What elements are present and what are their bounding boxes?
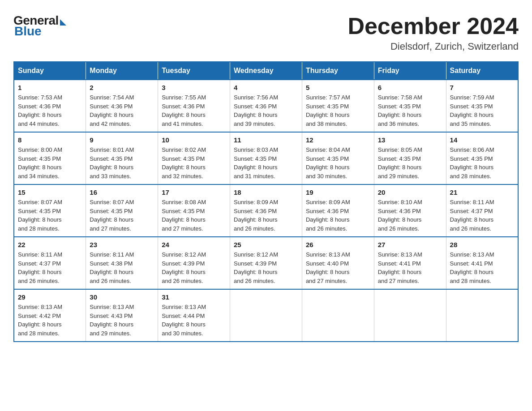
day-info: Sunrise: 8:13 AMSunset: 4:44 PMDaylight:… [162, 303, 226, 338]
day-number: 13 [378, 136, 442, 144]
day-info: Sunrise: 8:01 AMSunset: 4:35 PMDaylight:… [90, 146, 154, 180]
table-row: 5Sunrise: 7:57 AMSunset: 4:35 PMDaylight… [302, 80, 374, 132]
logo-blue-text: Blue [14, 24, 42, 39]
day-info: Sunrise: 8:11 AMSunset: 4:37 PMDaylight:… [18, 250, 82, 285]
day-info: Sunrise: 8:07 AMSunset: 4:35 PMDaylight:… [90, 198, 154, 233]
table-row: 10Sunrise: 8:02 AMSunset: 4:35 PMDayligh… [158, 132, 230, 184]
col-monday: Monday [86, 62, 158, 80]
table-row: 13Sunrise: 8:05 AMSunset: 4:35 PMDayligh… [374, 132, 446, 184]
table-row: 19Sunrise: 8:09 AMSunset: 4:36 PMDayligh… [302, 184, 374, 237]
day-info: Sunrise: 8:13 AMSunset: 4:42 PMDaylight:… [18, 303, 82, 338]
col-thursday: Thursday [302, 62, 374, 80]
day-number: 15 [18, 188, 82, 196]
calendar-table: Sunday Monday Tuesday Wednesday Thursday… [13, 61, 519, 342]
table-row: 2Sunrise: 7:54 AMSunset: 4:36 PMDaylight… [86, 80, 158, 132]
title-area: December 2024 Dielsdorf, Zurich, Switzer… [348, 13, 519, 52]
table-row: 29Sunrise: 8:13 AMSunset: 4:42 PMDayligh… [14, 289, 86, 342]
day-number: 26 [306, 241, 370, 248]
table-row: 12Sunrise: 8:04 AMSunset: 4:35 PMDayligh… [302, 132, 374, 184]
day-number: 20 [378, 188, 442, 196]
calendar-week-row: 15Sunrise: 8:07 AMSunset: 4:35 PMDayligh… [14, 184, 518, 237]
day-number: 17 [162, 188, 226, 196]
day-info: Sunrise: 8:13 AMSunset: 4:40 PMDaylight:… [306, 250, 370, 285]
day-number: 2 [90, 84, 154, 91]
day-number: 5 [306, 84, 370, 91]
day-info: Sunrise: 8:11 AMSunset: 4:38 PMDaylight:… [90, 250, 154, 285]
table-row: 20Sunrise: 8:10 AMSunset: 4:36 PMDayligh… [374, 184, 446, 237]
day-info: Sunrise: 7:57 AMSunset: 4:35 PMDaylight:… [306, 93, 370, 128]
calendar-header-row: Sunday Monday Tuesday Wednesday Thursday… [14, 62, 518, 80]
logo: General Blue [13, 13, 66, 39]
day-number: 22 [18, 241, 82, 248]
day-info: Sunrise: 8:06 AMSunset: 4:35 PMDaylight:… [450, 146, 514, 180]
day-number: 27 [378, 241, 442, 248]
table-row: 22Sunrise: 8:11 AMSunset: 4:37 PMDayligh… [14, 237, 86, 289]
day-number: 3 [162, 84, 226, 91]
page-header: General Blue December 2024 Dielsdorf, Zu… [13, 13, 519, 52]
table-row: 26Sunrise: 8:13 AMSunset: 4:40 PMDayligh… [302, 237, 374, 289]
day-number: 1 [18, 84, 82, 91]
col-tuesday: Tuesday [158, 62, 230, 80]
day-info: Sunrise: 8:13 AMSunset: 4:41 PMDaylight:… [378, 250, 442, 285]
day-info: Sunrise: 8:09 AMSunset: 4:36 PMDaylight:… [306, 198, 370, 233]
table-row [230, 289, 302, 342]
table-row: 1Sunrise: 7:53 AMSunset: 4:36 PMDaylight… [14, 80, 86, 132]
table-row [446, 289, 518, 342]
table-row: 28Sunrise: 8:13 AMSunset: 4:41 PMDayligh… [446, 237, 518, 289]
day-info: Sunrise: 7:55 AMSunset: 4:36 PMDaylight:… [162, 93, 226, 128]
table-row: 9Sunrise: 8:01 AMSunset: 4:35 PMDaylight… [86, 132, 158, 184]
day-info: Sunrise: 8:08 AMSunset: 4:35 PMDaylight:… [162, 198, 226, 233]
table-row: 30Sunrise: 8:13 AMSunset: 4:43 PMDayligh… [86, 289, 158, 342]
day-number: 10 [162, 136, 226, 144]
table-row: 31Sunrise: 8:13 AMSunset: 4:44 PMDayligh… [158, 289, 230, 342]
calendar-week-row: 1Sunrise: 7:53 AMSunset: 4:36 PMDaylight… [14, 80, 518, 132]
day-info: Sunrise: 8:04 AMSunset: 4:35 PMDaylight:… [306, 146, 370, 180]
day-number: 14 [450, 136, 514, 144]
day-info: Sunrise: 7:53 AMSunset: 4:36 PMDaylight:… [18, 93, 82, 128]
col-saturday: Saturday [446, 62, 518, 80]
calendar-week-row: 29Sunrise: 8:13 AMSunset: 4:42 PMDayligh… [14, 289, 518, 342]
col-wednesday: Wednesday [230, 62, 302, 80]
day-info: Sunrise: 7:54 AMSunset: 4:36 PMDaylight:… [90, 93, 154, 128]
day-info: Sunrise: 8:02 AMSunset: 4:35 PMDaylight:… [162, 146, 226, 180]
table-row: 8Sunrise: 8:00 AMSunset: 4:35 PMDaylight… [14, 132, 86, 184]
day-number: 12 [306, 136, 370, 144]
day-number: 28 [450, 241, 514, 248]
table-row: 17Sunrise: 8:08 AMSunset: 4:35 PMDayligh… [158, 184, 230, 237]
table-row: 25Sunrise: 8:12 AMSunset: 4:39 PMDayligh… [230, 237, 302, 289]
logo-arrow-icon [60, 19, 66, 26]
day-number: 21 [450, 188, 514, 196]
table-row: 6Sunrise: 7:58 AMSunset: 4:35 PMDaylight… [374, 80, 446, 132]
month-title: December 2024 [348, 13, 519, 39]
day-info: Sunrise: 8:09 AMSunset: 4:36 PMDaylight:… [234, 198, 298, 233]
day-info: Sunrise: 8:05 AMSunset: 4:35 PMDaylight:… [378, 146, 442, 180]
day-number: 25 [234, 241, 298, 248]
calendar-week-row: 22Sunrise: 8:11 AMSunset: 4:37 PMDayligh… [14, 237, 518, 289]
day-info: Sunrise: 8:00 AMSunset: 4:35 PMDaylight:… [18, 146, 82, 180]
table-row: 18Sunrise: 8:09 AMSunset: 4:36 PMDayligh… [230, 184, 302, 237]
day-info: Sunrise: 8:10 AMSunset: 4:36 PMDaylight:… [378, 198, 442, 233]
table-row: 27Sunrise: 8:13 AMSunset: 4:41 PMDayligh… [374, 237, 446, 289]
day-info: Sunrise: 8:07 AMSunset: 4:35 PMDaylight:… [18, 198, 82, 233]
table-row: 3Sunrise: 7:55 AMSunset: 4:36 PMDaylight… [158, 80, 230, 132]
day-info: Sunrise: 8:03 AMSunset: 4:35 PMDaylight:… [234, 146, 298, 180]
day-number: 24 [162, 241, 226, 248]
day-number: 16 [90, 188, 154, 196]
day-number: 18 [234, 188, 298, 196]
col-sunday: Sunday [14, 62, 86, 80]
day-info: Sunrise: 8:13 AMSunset: 4:41 PMDaylight:… [450, 250, 514, 285]
day-info: Sunrise: 7:58 AMSunset: 4:35 PMDaylight:… [378, 93, 442, 128]
day-number: 30 [90, 293, 154, 301]
table-row: 16Sunrise: 8:07 AMSunset: 4:35 PMDayligh… [86, 184, 158, 237]
day-info: Sunrise: 8:12 AMSunset: 4:39 PMDaylight:… [162, 250, 226, 285]
table-row: 7Sunrise: 7:59 AMSunset: 4:35 PMDaylight… [446, 80, 518, 132]
col-friday: Friday [374, 62, 446, 80]
day-info: Sunrise: 7:56 AMSunset: 4:36 PMDaylight:… [234, 93, 298, 128]
day-info: Sunrise: 8:12 AMSunset: 4:39 PMDaylight:… [234, 250, 298, 285]
table-row: 11Sunrise: 8:03 AMSunset: 4:35 PMDayligh… [230, 132, 302, 184]
day-number: 31 [162, 293, 226, 301]
table-row [302, 289, 374, 342]
day-number: 23 [90, 241, 154, 248]
day-number: 9 [90, 136, 154, 144]
day-number: 19 [306, 188, 370, 196]
